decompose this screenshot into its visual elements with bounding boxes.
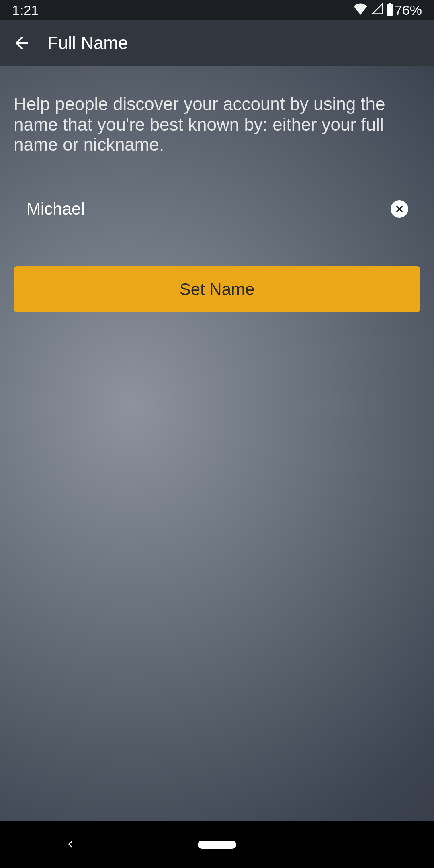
home-indicator[interactable] bbox=[198, 841, 236, 849]
name-input-container bbox=[14, 199, 420, 226]
name-input[interactable] bbox=[27, 199, 391, 219]
nav-back-button[interactable] bbox=[64, 838, 76, 852]
battery-percentage: 76% bbox=[395, 2, 422, 18]
wifi-icon bbox=[353, 2, 368, 18]
clear-button[interactable] bbox=[391, 200, 408, 218]
set-name-button[interactable]: Set Name bbox=[14, 266, 420, 312]
close-icon bbox=[394, 204, 405, 214]
status-icons: 76% bbox=[353, 2, 422, 18]
description-text: Help people discover your account by usi… bbox=[14, 94, 420, 155]
chevron-left-icon bbox=[64, 838, 76, 850]
main-content: Help people discover your account by usi… bbox=[0, 66, 434, 821]
navigation-bar bbox=[0, 821, 434, 868]
arrow-left-icon bbox=[12, 33, 31, 53]
battery-icon: 76% bbox=[387, 2, 422, 18]
status-time: 1:21 bbox=[12, 2, 39, 18]
back-button[interactable] bbox=[12, 33, 31, 53]
cell-signal-icon bbox=[371, 2, 384, 18]
app-bar: Full Name bbox=[0, 20, 434, 66]
page-title: Full Name bbox=[47, 33, 128, 53]
status-bar: 1:21 76% bbox=[0, 0, 434, 20]
